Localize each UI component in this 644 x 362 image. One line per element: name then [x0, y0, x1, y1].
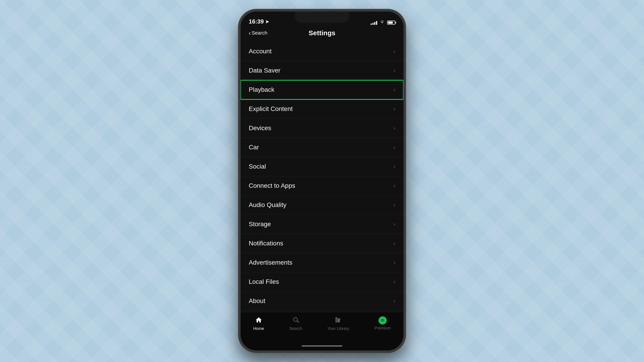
chevron-right-icon: ›	[394, 106, 395, 112]
settings-content: Account › Data Saver › Playback › Explic…	[240, 39, 404, 312]
signal-bars	[370, 20, 377, 25]
chevron-right-icon: ›	[394, 183, 395, 189]
chevron-right-icon: ›	[394, 259, 395, 266]
settings-item-label: Advertisements	[249, 259, 292, 266]
chevron-right-icon: ›	[394, 144, 395, 150]
back-label: Search	[252, 30, 268, 36]
settings-item-label: Playback	[249, 86, 274, 93]
signal-bar-3	[374, 22, 375, 25]
back-chevron-icon: ‹	[249, 29, 251, 37]
search-icon	[292, 316, 299, 325]
tab-bar: Home Search	[240, 312, 404, 342]
settings-item-label: Local Files	[249, 278, 279, 285]
tab-home-label: Home	[253, 326, 264, 331]
settings-item-car[interactable]: Car ›	[240, 138, 404, 157]
settings-item-label: About	[249, 297, 265, 305]
signal-bar-2	[372, 23, 374, 25]
tab-library-label: Your Library	[328, 326, 349, 331]
tab-search[interactable]: Search	[289, 316, 302, 331]
chevron-right-icon: ›	[394, 279, 395, 285]
settings-item-data-saver[interactable]: Data Saver ›	[240, 61, 404, 80]
settings-item-playback[interactable]: Playback ›	[240, 80, 404, 99]
settings-item-label: Explicit Content	[249, 105, 293, 112]
settings-item-label: Car	[249, 144, 259, 151]
svg-point-4	[380, 318, 385, 323]
settings-item-label: Social	[249, 163, 266, 170]
settings-item-label: Storage	[249, 221, 271, 228]
chevron-right-icon: ›	[394, 163, 395, 170]
phone-body: 16:39 ➤	[238, 9, 406, 353]
chevron-right-icon: ›	[394, 221, 395, 227]
settings-item-notifications[interactable]: Notifications ›	[240, 234, 404, 253]
status-right	[370, 20, 395, 25]
settings-item-label: Connect to Apps	[249, 182, 295, 189]
notch	[295, 11, 349, 23]
chevron-right-icon: ›	[394, 48, 395, 54]
location-icon: ➤	[265, 19, 269, 24]
chevron-right-icon: ›	[394, 125, 395, 131]
settings-item-about[interactable]: About ›	[240, 292, 404, 311]
nav-bar: ‹ Search Settings	[240, 27, 404, 39]
signal-bar-1	[370, 23, 372, 25]
settings-item-label: Devices	[249, 124, 271, 132]
tab-your-library[interactable]: Your Library	[328, 316, 349, 331]
tab-search-label: Search	[289, 326, 302, 331]
library-icon	[335, 316, 342, 325]
home-icon	[255, 316, 262, 325]
settings-item-label: Notifications	[249, 240, 283, 247]
chevron-right-icon: ›	[394, 298, 395, 304]
settings-item-label: Audio Quality	[249, 201, 286, 209]
settings-item-label: Account	[249, 48, 272, 55]
svg-rect-2	[336, 317, 337, 323]
settings-item-local-files[interactable]: Local Files ›	[240, 272, 404, 292]
signal-bar-4	[376, 21, 377, 25]
tab-premium-label: Premium	[374, 326, 391, 331]
svg-line-1	[297, 321, 299, 323]
home-indicator	[240, 342, 404, 351]
settings-item-social[interactable]: Social ›	[240, 157, 404, 176]
chevron-right-icon: ›	[394, 240, 395, 247]
settings-list: Account › Data Saver › Playback › Explic…	[240, 39, 404, 312]
status-time: 16:39	[249, 18, 264, 25]
chevron-right-icon: ›	[394, 202, 395, 208]
settings-item-connect-to-apps[interactable]: Connect to Apps ›	[240, 176, 404, 195]
wifi-icon	[380, 20, 385, 25]
chevron-right-icon: ›	[394, 86, 395, 93]
settings-item-account[interactable]: Account ›	[240, 42, 404, 61]
battery-icon	[387, 20, 395, 25]
tab-premium[interactable]: Premium	[374, 316, 391, 331]
spotify-premium-icon	[378, 316, 387, 325]
settings-item-explicit-content[interactable]: Explicit Content ›	[240, 99, 404, 119]
settings-item-advertisements[interactable]: Advertisements ›	[240, 253, 404, 272]
home-bar	[302, 345, 342, 347]
settings-item-storage[interactable]: Storage ›	[240, 215, 404, 234]
settings-item-devices[interactable]: Devices ›	[240, 119, 404, 138]
back-button[interactable]: ‹ Search	[249, 29, 267, 37]
settings-item-audio-quality[interactable]: Audio Quality ›	[240, 195, 404, 215]
settings-item-label: Data Saver	[249, 67, 280, 74]
tab-home[interactable]: Home	[253, 316, 264, 331]
page-title: Settings	[309, 29, 335, 37]
chevron-right-icon: ›	[394, 67, 395, 74]
